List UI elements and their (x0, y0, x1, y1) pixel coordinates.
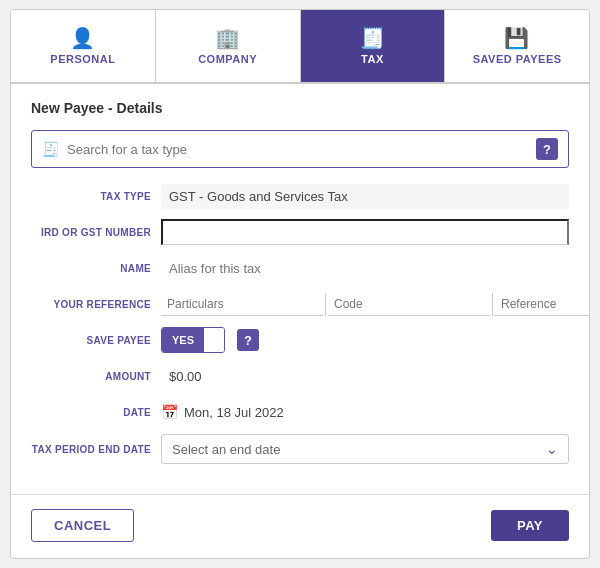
chevron-down-icon: ⌄ (546, 441, 558, 457)
main-content: New Payee - Details 🧾 ? TAX TYPE GST - G… (11, 84, 589, 488)
footer: CANCEL PAY (11, 494, 589, 558)
name-input[interactable] (161, 256, 569, 281)
search-help-button[interactable]: ? (536, 138, 558, 160)
tax-icon: 🧾 (360, 28, 386, 48)
tab-company[interactable]: 🏢 COMPANY (156, 10, 301, 82)
tab-saved-payees-label: SAVED PAYEES (473, 53, 562, 65)
personal-icon: 👤 (70, 28, 96, 48)
tab-company-label: COMPANY (198, 53, 257, 65)
ird-input[interactable] (161, 219, 569, 245)
toggle-container: YES ? (161, 327, 259, 353)
reference-label: YOUR REFERENCE (31, 299, 161, 310)
save-payee-toggle[interactable]: YES (161, 327, 225, 353)
reference-row: YOUR REFERENCE (31, 290, 569, 318)
toggle-yes[interactable]: YES (162, 328, 204, 352)
tax-period-row: TAX PERIOD END DATE Select an end date ⌄ (31, 434, 569, 464)
ref-divider-1 (325, 293, 326, 316)
save-payee-label: SAVE PAYEE (31, 335, 161, 346)
reference-fields (161, 293, 590, 316)
toggle-no[interactable] (204, 328, 224, 352)
tab-tax-label: TAX (361, 53, 384, 65)
company-icon: 🏢 (215, 28, 241, 48)
tab-personal[interactable]: 👤 PERSONAL (11, 10, 156, 82)
pay-button[interactable]: PAY (491, 510, 569, 541)
ref-divider-2 (492, 293, 493, 316)
tax-period-label: TAX PERIOD END DATE (31, 444, 161, 455)
save-payee-row: SAVE PAYEE YES ? (31, 326, 569, 354)
ird-label: IRD OR GST NUMBER (31, 227, 161, 238)
date-label: DATE (31, 407, 161, 418)
saved-payees-icon: 💾 (504, 28, 530, 48)
cancel-button[interactable]: CANCEL (31, 509, 134, 542)
date-row: DATE 📅 Mon, 18 Jul 2022 (31, 398, 569, 426)
tax-type-label: TAX TYPE (31, 191, 161, 202)
reference-input[interactable] (495, 293, 590, 316)
tab-saved-payees[interactable]: 💾 SAVED PAYEES (445, 10, 589, 82)
amount-row: AMOUNT $0.00 (31, 362, 569, 390)
search-input[interactable] (67, 142, 524, 157)
particulars-input[interactable] (161, 293, 323, 316)
name-label: NAME (31, 263, 161, 274)
save-payee-help-button[interactable]: ? (237, 329, 259, 351)
calendar-icon: 📅 (161, 404, 178, 420)
ird-row: IRD OR GST NUMBER (31, 218, 569, 246)
tax-period-dropdown[interactable]: Select an end date ⌄ (161, 434, 569, 464)
search-bar: 🧾 ? (31, 130, 569, 168)
amount-label: AMOUNT (31, 371, 161, 382)
amount-value: $0.00 (161, 369, 202, 384)
section-title: New Payee - Details (31, 100, 569, 116)
tab-bar: 👤 PERSONAL 🏢 COMPANY 🧾 TAX 💾 SAVED PAYEE… (11, 10, 589, 84)
tax-period-placeholder: Select an end date (172, 442, 280, 457)
name-row: NAME (31, 254, 569, 282)
tab-personal-label: PERSONAL (50, 53, 115, 65)
tab-tax[interactable]: 🧾 TAX (301, 10, 446, 82)
tax-type-row: TAX TYPE GST - Goods and Services Tax (31, 182, 569, 210)
search-tax-icon: 🧾 (42, 141, 59, 157)
code-input[interactable] (328, 293, 490, 316)
tax-type-value: GST - Goods and Services Tax (161, 184, 569, 209)
date-value: Mon, 18 Jul 2022 (184, 405, 284, 420)
